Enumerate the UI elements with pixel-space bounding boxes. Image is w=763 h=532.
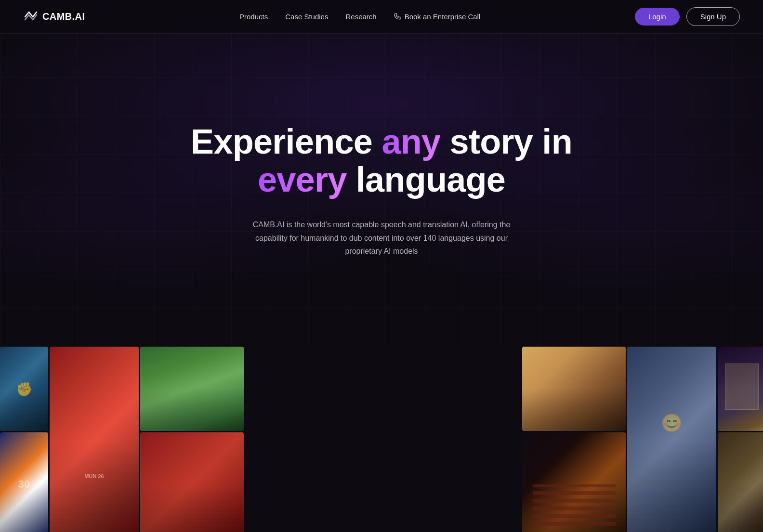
hero-title-every: every — [258, 160, 347, 199]
soccer-sub-image — [140, 432, 244, 532]
nav-products[interactable]: Products — [239, 13, 268, 21]
soccer-main-image — [50, 347, 139, 532]
collage-right — [522, 347, 763, 532]
hero-title-any: any — [382, 122, 440, 161]
login-button[interactable]: Login — [635, 8, 680, 26]
hero-title-story-in: story in — [440, 122, 572, 161]
scene-image — [718, 432, 763, 532]
hero-title-language: language — [347, 160, 506, 199]
hero-description: CAMB.AI is the world's most capable spee… — [247, 218, 516, 258]
nav-actions: Login Sign Up — [635, 7, 740, 26]
phone-icon — [394, 13, 401, 20]
logo-text: CAMB.AI — [42, 11, 85, 22]
hero-title-line2: every language — [258, 160, 505, 199]
enterprise-call-label: Book an Enterprise Call — [405, 13, 481, 21]
nav-research[interactable]: Research — [345, 13, 376, 21]
man-smile-image — [627, 347, 716, 532]
football-image — [0, 432, 48, 532]
hero-title-line1: Experience any story in — [191, 122, 572, 161]
logo[interactable]: CAMB.AI — [23, 9, 85, 25]
cinema-image — [522, 432, 626, 532]
navbar: CAMB.AI Products Case Studies Research B… — [0, 0, 763, 34]
woman-portrait-image — [522, 347, 626, 431]
tennis-image — [0, 347, 48, 431]
collage-section — [0, 347, 763, 532]
field-image — [140, 347, 244, 431]
signup-button[interactable]: Sign Up — [686, 7, 740, 26]
theater-image — [718, 347, 763, 431]
logo-icon — [23, 9, 39, 25]
hero-title-experience: Experience — [191, 122, 382, 161]
nav-links: Products Case Studies Research Book an E… — [239, 13, 480, 21]
hero-section: Experience any story in every language C… — [0, 0, 763, 347]
nav-case-studies[interactable]: Case Studies — [285, 13, 328, 21]
nav-enterprise-call[interactable]: Book an Enterprise Call — [394, 13, 481, 21]
collage-left — [0, 347, 241, 532]
hero-title: Experience any story in every language — [191, 123, 572, 199]
